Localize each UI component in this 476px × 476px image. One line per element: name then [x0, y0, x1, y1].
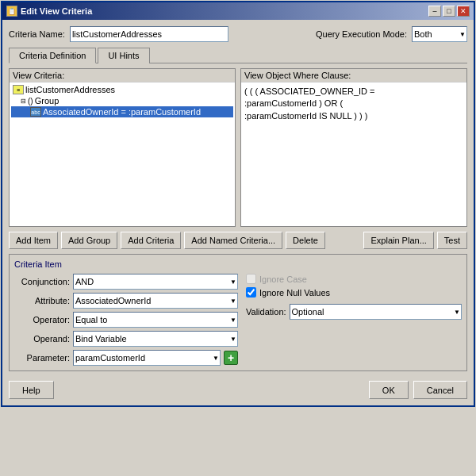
criteria-item-section: Criteria Item Conjunction: AND ▼: [9, 254, 467, 371]
where-clause-text: ( ( ( ASSOCIATED_OWNER_ID =:paramCustome…: [241, 83, 466, 125]
ignore-null-row: Ignore Null Values: [246, 287, 462, 298]
window-title: Edit View Criteria: [21, 6, 92, 16]
operator-label: Operator:: [14, 315, 70, 324]
query-mode-label: Query Execution Mode:: [316, 29, 407, 39]
attribute-select[interactable]: AssociatedOwnerId: [73, 293, 238, 309]
conjunction-select-wrapper: AND ▼: [73, 274, 238, 290]
add-group-button[interactable]: Add Group: [61, 232, 117, 249]
bottom-row: Help OK Cancel: [9, 378, 467, 399]
list-icon: ≡: [13, 85, 24, 94]
toolbar-buttons-row: Add Item Add Group Add Criteria Add Name…: [9, 232, 467, 249]
group-icon: (): [28, 97, 33, 106]
view-criteria-panel: View Criteria: ≡ listCustomerAddresses ⊟…: [9, 68, 236, 227]
criteria-name-label: Criteria Name:: [9, 29, 65, 39]
add-named-criteria-button[interactable]: Add Named Criteria...: [184, 232, 282, 249]
tree-item-attr[interactable]: abc AssociatedOwnerId = :paramCustomerId: [11, 106, 233, 117]
parameter-select[interactable]: paramCustomerId: [73, 350, 221, 366]
conjunction-row: Conjunction: AND ▼: [14, 274, 238, 290]
title-bar-left: 📋 Edit View Criteria: [6, 6, 92, 17]
ignore-null-checkbox[interactable]: [246, 287, 256, 298]
ignore-null-label: Ignore Null Values: [259, 288, 330, 298]
validation-select-wrapper: Optional ▼: [290, 304, 462, 320]
tab-criteria-definition[interactable]: Criteria Definition: [9, 48, 96, 63]
tree-item-root[interactable]: ≡ listCustomerAddresses: [11, 84, 233, 95]
cancel-button[interactable]: Cancel: [413, 381, 467, 399]
operator-select[interactable]: Equal to: [73, 312, 238, 328]
content-panels: View Criteria: ≡ listCustomerAddresses ⊟…: [9, 68, 467, 227]
ok-button[interactable]: OK: [369, 381, 409, 399]
query-mode-select-wrapper: Both ▼: [412, 26, 467, 42]
operand-select-wrapper: Bind Variable ▼: [73, 331, 238, 347]
validation-label: Validation:: [246, 307, 286, 317]
attribute-row: Attribute: AssociatedOwnerId ▼: [14, 293, 238, 309]
maximize-button[interactable]: □: [443, 6, 455, 17]
view-where-panel: View Object Where Clause: ( ( ( ASSOCIAT…: [240, 68, 467, 227]
operand-select[interactable]: Bind Variable: [73, 331, 238, 347]
operator-select-wrapper: Equal to ▼: [73, 312, 238, 328]
form-right: Ignore Case Ignore Null Values Validatio…: [238, 274, 462, 366]
ignore-case-checkbox[interactable]: [246, 274, 256, 284]
add-item-button[interactable]: Add Item: [9, 232, 58, 249]
operand-label: Operand:: [14, 334, 70, 344]
criteria-name-input[interactable]: [70, 26, 228, 42]
validation-select[interactable]: Optional: [290, 304, 462, 320]
tab-bar: Criteria Definition UI Hints: [9, 47, 467, 63]
expand-icon: ⊟: [21, 98, 26, 105]
query-mode-select[interactable]: Both: [412, 26, 467, 42]
explain-plan-button[interactable]: Explain Plan...: [363, 232, 433, 249]
ignore-case-row: Ignore Case: [246, 274, 462, 284]
add-parameter-button[interactable]: +: [224, 351, 238, 365]
parameter-select-wrapper: paramCustomerId ▼: [73, 350, 221, 366]
title-bar: 📋 Edit View Criteria – □ ✕: [2, 2, 474, 20]
minimize-button[interactable]: –: [428, 6, 441, 17]
tree-item-attr-label: AssociatedOwnerId = :paramCustomerId: [43, 107, 201, 117]
form-left: Conjunction: AND ▼ Attribute:: [14, 274, 238, 366]
operator-row: Operator: Equal to ▼: [14, 312, 238, 328]
tree-item-group[interactable]: ⊟ () Group: [11, 95, 233, 106]
view-criteria-content: ≡ listCustomerAddresses ⊟ () Group abc A…: [10, 83, 235, 119]
operand-row: Operand: Bind Variable ▼: [14, 331, 238, 347]
delete-button[interactable]: Delete: [286, 232, 325, 249]
parameter-row: Parameter: paramCustomerId ▼ +: [14, 350, 238, 366]
bottom-right: OK Cancel: [369, 381, 467, 399]
attribute-select-wrapper: AssociatedOwnerId ▼: [73, 293, 238, 309]
tab-ui-hints[interactable]: UI Hints: [98, 48, 149, 63]
validation-row: Validation: Optional ▼: [246, 304, 462, 320]
attribute-label: Attribute:: [14, 296, 70, 305]
criteria-name-row: Criteria Name: Query Execution Mode: Bot…: [9, 26, 467, 42]
conjunction-label: Conjunction:: [14, 277, 70, 286]
conjunction-select[interactable]: AND: [73, 274, 238, 290]
view-where-label: View Object Where Clause:: [241, 69, 466, 83]
tree-item-group-label: Group: [35, 96, 60, 106]
view-criteria-label: View Criteria:: [10, 69, 235, 83]
window-body: Criteria Name: Query Execution Mode: Bot…: [2, 20, 474, 405]
criteria-section-title: Criteria Item: [14, 259, 462, 269]
close-button[interactable]: ✕: [457, 6, 470, 17]
test-button[interactable]: Test: [437, 232, 467, 249]
help-button[interactable]: Help: [9, 381, 54, 399]
ignore-case-label: Ignore Case: [259, 274, 307, 284]
main-window: 📋 Edit View Criteria – □ ✕ Criteria Name…: [1, 1, 475, 407]
tree-item-root-label: listCustomerAddresses: [25, 85, 115, 94]
criteria-form-grid: Conjunction: AND ▼ Attribute:: [14, 274, 462, 366]
parameter-label: Parameter:: [14, 353, 70, 363]
window-icon: 📋: [6, 6, 17, 17]
attr-icon: abc: [30, 107, 41, 117]
add-criteria-button[interactable]: Add Criteria: [121, 232, 181, 249]
title-buttons: – □ ✕: [428, 6, 470, 17]
